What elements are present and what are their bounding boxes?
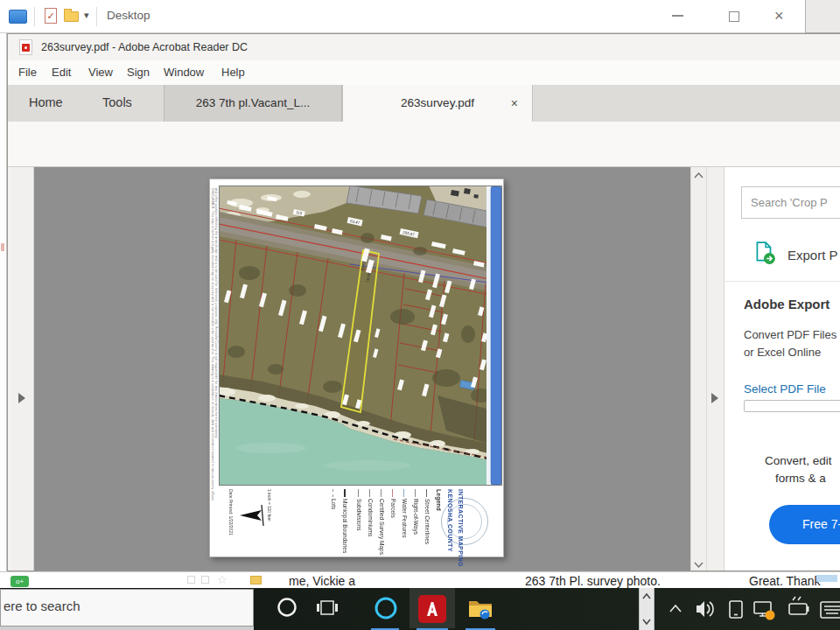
legend-symbol (392, 489, 393, 497)
legend-symbol (426, 489, 427, 497)
window-corner (805, 0, 840, 33)
legend-item: Street Centerlines (424, 489, 430, 544)
tab-tools[interactable]: Tools (102, 95, 132, 109)
properties-check-icon[interactable]: ✓ (45, 8, 57, 24)
checkbox[interactable] (201, 576, 209, 584)
acrobat-taskbar-icon[interactable] (418, 595, 446, 623)
document-area: DISCLAIMER: This map is neither a legall… (34, 167, 690, 571)
survey-map: 63.47 255.97 115 43.43 18.98 (219, 186, 502, 486)
scroll-up-icon[interactable] (640, 592, 653, 601)
toolbar: 1 / 1 (8, 122, 840, 167)
export-pdf-icon (752, 241, 777, 265)
checkbox[interactable] (187, 576, 195, 584)
taskbar-search[interactable]: ere to search (0, 589, 254, 626)
divider (96, 7, 97, 26)
export-pdf-button[interactable]: Export P (788, 248, 838, 262)
vertical-scrollbar[interactable] (690, 167, 706, 571)
tab-home[interactable]: Home (29, 95, 63, 109)
select-pdf-link[interactable]: Select PDF File (744, 382, 826, 396)
promo-text: forms & a (775, 472, 826, 485)
legend-item: Lots (330, 489, 337, 509)
minimize-button[interactable] (672, 15, 683, 17)
scroll-down-icon[interactable] (691, 559, 706, 570)
right-panel-rail (706, 167, 724, 571)
system-tray (662, 593, 840, 625)
menu-view[interactable]: View (88, 66, 113, 79)
acrobat-window: 263survey.pdf - Adobe Acrobat Reader DC … (7, 33, 840, 571)
menu-edit[interactable]: Edit (52, 66, 71, 79)
divider (724, 281, 840, 282)
branding-text: KENOSHA COUNTY (446, 489, 453, 552)
background-scrollbar[interactable] (639, 588, 654, 630)
menu-window[interactable]: Window (164, 66, 204, 79)
menu-file[interactable]: File (18, 66, 37, 79)
alexa-icon[interactable] (373, 595, 399, 621)
promo-text: Convert, edit (765, 454, 832, 467)
legend-symbol (332, 489, 333, 497)
expand-right-panel-icon[interactable] (711, 393, 718, 403)
legend-symbol (403, 489, 404, 497)
taskbar-search-text: ere to search (4, 598, 80, 613)
file-select-dropdown[interactable] (744, 400, 840, 412)
legend-symbol (369, 489, 370, 497)
legend-title: Legend (435, 489, 442, 511)
taskbar-search-shadow (0, 626, 254, 630)
north-arrow-icon (238, 500, 270, 531)
tabbar: Home Tools 263 7th pl.Vacant_L... 263sur… (8, 85, 840, 122)
left-panel-rail (11, 167, 34, 571)
background-window-edge (0, 33, 7, 571)
pdf-file-icon (19, 39, 32, 55)
legend-item: Subdivisions (355, 489, 362, 531)
legend-item: Municipal Boundaries (341, 489, 348, 553)
menu-sign[interactable]: Sign (127, 66, 150, 79)
attachment-folder-icon (250, 576, 262, 584)
breadcrumb: Desktop (107, 9, 150, 22)
legend-symbol (381, 489, 382, 497)
new-folder-icon[interactable] (64, 11, 79, 22)
notification-dot-icon (766, 611, 775, 620)
legend-symbol (358, 489, 359, 497)
adobe-a-glyph (418, 595, 446, 623)
branding-text: INTERACTIVE MAPPING (457, 489, 464, 567)
background-email-row[interactable]: ☆ me, Vickie a 263 7th Pl. survey photo.… (0, 571, 840, 588)
expand-left-panel-icon[interactable] (18, 393, 25, 403)
file-explorer-icon[interactable] (467, 597, 494, 621)
tray-chevron-icon (670, 606, 681, 612)
legend-item: Water Features (401, 489, 408, 538)
doc-tab-inactive[interactable]: 263 7th pl.Vacant_L... (164, 85, 342, 122)
search-input[interactable] (741, 186, 840, 219)
explorer-titlebar: ✓ ▾ Desktop × (0, 0, 805, 33)
scroll-down-icon[interactable] (640, 617, 653, 626)
selection-highlight (816, 575, 837, 582)
map-legend: Date Printed: 1/22/2021 1 inch = 110 fee… (219, 487, 495, 556)
close-button[interactable]: × (774, 7, 784, 25)
email-from: me, Vickie a (289, 574, 355, 588)
menubar: File Edit View Sign Window Help (8, 60, 840, 85)
free-trial-button[interactable]: Free 7- (769, 505, 840, 544)
acrobat-titlebar: 263survey.pdf - Adobe Acrobat Reader DC (8, 34, 840, 60)
legend-item: Parcels (389, 489, 396, 518)
explorer-app-icon (9, 10, 27, 24)
panel-heading: Adobe Export (744, 297, 830, 312)
task-view-icon[interactable] (317, 598, 338, 619)
chevron-down-icon[interactable]: ▾ (84, 10, 89, 21)
legend-symbol (344, 489, 346, 497)
pdf-page: DISCLAIMER: This map is neither a legall… (209, 178, 504, 557)
email-subject: 263 7th Pl. survey photo. (525, 574, 661, 588)
cortana-icon[interactable] (276, 596, 298, 619)
panel-description: Convert PDF Files or Excel Online (744, 326, 836, 361)
star-icon[interactable]: ☆ (217, 573, 228, 586)
maximize-button[interactable] (729, 11, 739, 22)
screen: ✓ ▾ Desktop × 263survey.pdf - Adobe Acro… (0, 0, 840, 630)
divider (34, 7, 35, 26)
app-badge-icon: o+ (10, 576, 29, 587)
taskbar: ere to search (0, 588, 840, 630)
close-tab-icon[interactable]: × (511, 85, 518, 122)
scroll-up-icon[interactable] (691, 170, 706, 180)
legend-item: Condominiums (367, 489, 374, 536)
menu-help[interactable]: Help (221, 66, 245, 79)
email-snippet: Great. Thank (749, 574, 820, 588)
map-scale: 1 inch = 110 feet (266, 489, 273, 522)
doc-tab-active[interactable]: 263survey.pdf × (342, 85, 533, 122)
legend-item: Certified Survey Maps (378, 489, 385, 555)
